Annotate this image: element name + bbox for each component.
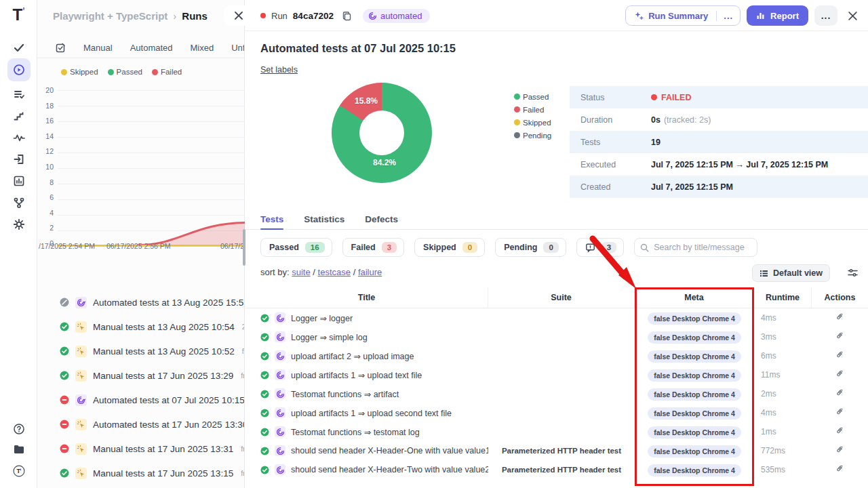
filter-failed-chip[interactable]: Failed3: [342, 238, 405, 257]
tab-unfinished[interactable]: Unfini: [231, 43, 244, 53]
tab-automated[interactable]: Automated: [130, 43, 173, 53]
close-panel-icon[interactable]: [224, 5, 254, 26]
run-list-item[interactable]: Manual tests at 17 Jun 2025 13:31 from: [37, 436, 244, 461]
test-row[interactable]: Logger ⇒ logger false Desktop Chrome 4 4…: [245, 308, 868, 327]
run-list-item-selected[interactable]: Automated tests at 07 Jul 2025 10:15: [37, 388, 244, 412]
steps-nav-icon[interactable]: [7, 106, 31, 126]
report-button[interactable]: Report: [747, 5, 808, 26]
tab-statistics[interactable]: Statistics: [304, 209, 344, 229]
testcases-nav-icon[interactable]: [7, 84, 31, 104]
sort-by-suite-link[interactable]: suite: [292, 267, 310, 277]
run-list-item[interactable]: Manual tests at 13 Aug 2025 10:52 fro: [37, 339, 244, 363]
set-labels-link[interactable]: Set labels: [260, 65, 298, 75]
attachment-link-icon[interactable]: [835, 426, 844, 435]
attachment-link-icon[interactable]: [835, 445, 844, 454]
filter-passed-chip[interactable]: Passed16: [260, 238, 332, 257]
comments-filter-chip[interactable]: 3: [576, 238, 624, 257]
scrollbar-thumb[interactable]: [243, 229, 245, 266]
run-list-item[interactable]: Automated tests at 13 Aug 2025 15:53: [37, 290, 244, 314]
tab-tests[interactable]: Tests: [260, 209, 283, 229]
sort-by-row: sort by: suite / testcase / failure: [260, 267, 382, 277]
test-row[interactable]: should send header X-Header-Two with val…: [245, 460, 868, 479]
col-runtime[interactable]: Runtime: [754, 287, 812, 308]
attachment-link-icon[interactable]: [835, 350, 844, 359]
attachment-link-icon[interactable]: [835, 407, 844, 416]
test-title: upload artifacts 1 ⇒ upload second text …: [291, 408, 452, 418]
runs-nav-icon[interactable]: [7, 58, 31, 81]
attachment-link-icon[interactable]: [835, 331, 844, 340]
default-view-button[interactable]: Default view: [752, 264, 830, 282]
meta-badge: false Desktop Chrome 4: [648, 388, 741, 401]
help-icon[interactable]: [7, 419, 31, 439]
user-avatar[interactable]: T: [7, 461, 31, 481]
donut-passed-label: 84.2%: [373, 158, 396, 167]
test-row[interactable]: Testomat functions ⇒ testomat log false …: [245, 422, 868, 441]
test-row[interactable]: Testomat functions ⇒ artifact false Desk…: [245, 384, 868, 403]
col-meta[interactable]: Meta: [635, 287, 754, 308]
attachment-link-icon[interactable]: [835, 312, 844, 321]
col-actions[interactable]: Actions: [812, 287, 868, 308]
table-settings-icon[interactable]: [847, 267, 859, 281]
detail-tabs: Tests Statistics Defects: [245, 209, 868, 230]
test-row[interactable]: upload artifacts 1 ⇒ upload text file fa…: [245, 365, 868, 384]
attachment-link-icon[interactable]: [835, 464, 844, 473]
activity-nav-icon[interactable]: [7, 127, 31, 148]
test-row[interactable]: upload artifacts 1 ⇒ upload second text …: [245, 403, 868, 422]
automated-test-icon: [275, 312, 285, 323]
run-list-item[interactable]: Manual tests at 17 Jun 2025 13:29 fron: [37, 363, 244, 388]
automated-badge[interactable]: automated: [363, 9, 430, 23]
automated-test-icon: [275, 445, 285, 456]
test-row[interactable]: upload artifact 2 ⇒ upload image false D…: [245, 346, 868, 365]
failed-status-dot: [651, 94, 657, 100]
run-suffix: from: [241, 469, 244, 477]
run-status-passed-icon: [60, 468, 69, 478]
status-value: FAILED: [661, 93, 691, 102]
copy-run-id-icon[interactable]: [342, 11, 352, 21]
run-suffix: 2: [242, 323, 244, 331]
breadcrumb-project[interactable]: Playwright + TypeScript: [53, 10, 167, 22]
search-input[interactable]: [654, 243, 751, 252]
passed-check-icon: [260, 390, 269, 399]
donut-failed-label: 15.8%: [355, 96, 378, 106]
col-title[interactable]: Title: [245, 287, 488, 308]
run-failed-dot: [260, 13, 266, 18]
filter-pending-chip[interactable]: Pending0: [495, 238, 566, 257]
passed-check-icon: [260, 466, 269, 474]
passed-check-icon: [260, 409, 269, 418]
run-summary-more-button[interactable]: ...: [716, 11, 740, 21]
tests-table: Title Suite Meta Runtime Actions Logger …: [245, 287, 868, 479]
attachment-link-icon[interactable]: [835, 388, 844, 397]
test-runtime: 2ms: [754, 389, 812, 399]
test-row[interactable]: should send header X-Header-One with val…: [245, 441, 868, 460]
select-runs-icon[interactable]: [56, 43, 66, 53]
attachment-link-icon[interactable]: [835, 369, 844, 378]
more-actions-button[interactable]: ...: [814, 5, 837, 26]
run-list-item[interactable]: Manual tests at 13 Aug 2025 10:54 2: [37, 314, 244, 339]
close-detail-icon[interactable]: [844, 7, 861, 24]
tab-manual[interactable]: Manual: [83, 43, 113, 53]
branches-nav-icon[interactable]: [7, 192, 31, 213]
col-suite[interactable]: Suite: [488, 287, 635, 308]
filter-skipped-chip[interactable]: Skipped0: [414, 238, 485, 257]
chart-x-axis: /17/2025 2:54 PM 06/17/2025 2:56 PM 06/1…: [37, 242, 245, 251]
projects-folder-icon[interactable]: [7, 439, 31, 460]
tab-defects[interactable]: Defects: [365, 209, 398, 229]
tests-table-header: Title Suite Meta Runtime Actions: [245, 287, 868, 308]
breadcrumb-separator: ›: [173, 10, 176, 22]
tab-mixed[interactable]: Mixed: [191, 43, 214, 53]
settings-gear-icon[interactable]: [7, 214, 31, 235]
run-id: 84ca7202: [293, 11, 334, 21]
run-suffix: fro: [242, 347, 244, 355]
import-nav-icon[interactable]: [7, 149, 31, 169]
run-list-item[interactable]: Manual tests at 17 Jun 2025 13:15 from: [37, 461, 244, 485]
analytics-nav-icon[interactable]: [7, 171, 31, 191]
sort-by-testcase-link[interactable]: testcase: [318, 267, 351, 277]
sort-by-failure-link[interactable]: failure: [358, 267, 382, 277]
app-logo[interactable]: T': [0, 5, 37, 24]
checks-nav-icon[interactable]: [7, 37, 31, 58]
run-summary-button[interactable]: Run Summary ...: [625, 5, 741, 26]
legend-passed: Passed: [514, 90, 551, 103]
meta-badge: false Desktop Chrome 4: [648, 312, 741, 325]
test-row[interactable]: Logger ⇒ simple log false Desktop Chrome…: [245, 327, 868, 346]
run-list-item[interactable]: Automated tests at 17 Jun 2025 13:30: [37, 412, 244, 436]
